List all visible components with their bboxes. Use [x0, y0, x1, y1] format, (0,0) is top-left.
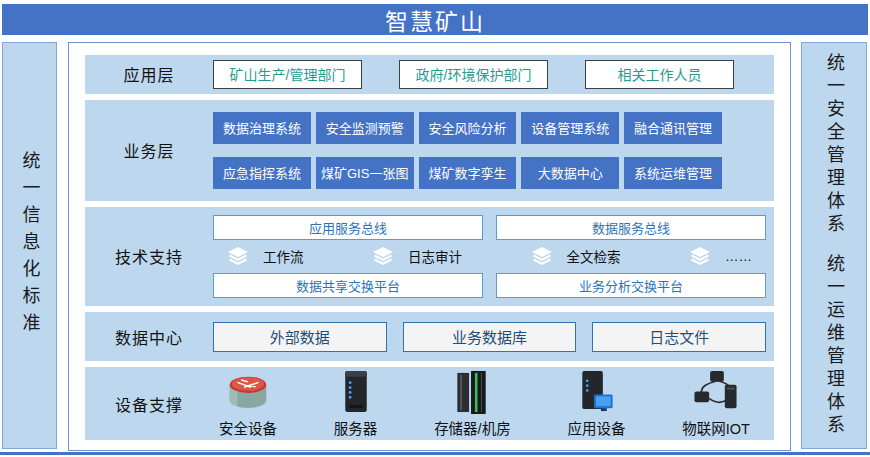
node-log-files: 日志文件	[592, 322, 766, 352]
node-external-data: 外部数据	[213, 322, 387, 352]
service-bus-row: 应用服务总线 数据服务总线	[213, 215, 766, 240]
middleware-label: 日志审计	[408, 246, 462, 266]
layers-icon	[372, 246, 394, 266]
node-risk-analysis: 安全风险分析	[419, 112, 517, 144]
node-big-data-center: 大数据中心	[521, 157, 619, 189]
middleware-full-text-search: 全文检索	[531, 246, 621, 266]
iot-icon	[693, 369, 739, 414]
layer-tech-support: 技术支持 应用服务总线 数据服务总线 工作流	[85, 207, 774, 307]
node-data-governance: 数据治理系统	[213, 112, 311, 144]
business-row-2: 应急指挥系统 煤矿GIS一张图 煤矿数字孪生 大数据中心 系统运维管理	[213, 157, 722, 189]
equipment-app-device: 应用设备	[567, 369, 625, 438]
right-pillar-panel: 统一安全管理体系 统一运维管理体系	[801, 42, 867, 449]
equipment-label: 安全设备	[219, 417, 277, 438]
equipment-label: 存储器/机房	[434, 417, 511, 438]
layer-application: 应用层 矿山生产/管理部门 政府/环境保护部门 相关工作人员	[85, 55, 774, 94]
node-emergency-command: 应急指挥系统	[213, 157, 311, 189]
layer-application-label: 应用层	[85, 62, 213, 86]
node-data-sharing-platform: 数据共享交换平台	[213, 273, 483, 298]
node-government-env-dept: 政府/环境保护部门	[399, 60, 548, 89]
node-gis-one-map: 煤矿GIS一张图	[316, 157, 414, 189]
equipment-iot: 物联网IOT	[682, 369, 750, 438]
security-device-icon	[223, 369, 273, 414]
node-mine-production-dept: 矿山生产/管理部门	[213, 60, 362, 89]
layer-business: 业务层 数据治理系统 安全监测预警 安全风险分析 设备管理系统 融合通讯管理 应…	[85, 100, 774, 201]
layers-icon	[227, 246, 249, 266]
node-device-management: 设备管理系统	[521, 112, 619, 144]
equipment-server: 服务器	[334, 369, 378, 438]
bottom-divider	[0, 452, 870, 455]
exchange-platform-row: 数据共享交换平台 业务分析交换平台	[213, 273, 766, 298]
layer-business-label: 业务层	[85, 138, 213, 162]
node-app-service-bus: 应用服务总线	[213, 215, 483, 240]
server-icon	[341, 369, 371, 414]
main-panel: 应用层 矿山生产/管理部门 政府/环境保护部门 相关工作人员 业务层 数据治理系…	[68, 42, 791, 451]
layer-tech-label: 技术支持	[85, 244, 213, 268]
right-pillar-label-security: 统一安全管理体系	[825, 53, 843, 237]
business-row-1: 数据治理系统 安全监测预警 安全风险分析 设备管理系统 融合通讯管理	[213, 112, 722, 144]
middleware-log-audit: 日志审计	[372, 246, 462, 266]
node-system-ops: 系统运维管理	[624, 157, 722, 189]
equipment-label: 应用设备	[567, 417, 625, 438]
layers-icon	[531, 246, 553, 266]
node-business-analysis-platform: 业务分析交换平台	[496, 273, 766, 298]
equipment-security-device: 安全设备	[219, 369, 277, 438]
middleware-label: 工作流	[263, 246, 304, 266]
layers-icon	[689, 246, 711, 266]
layer-equipment: 设备支撑 安全设备	[85, 367, 774, 440]
left-pillar-label: 统一信息化标准	[21, 151, 39, 340]
middleware-workflow: 工作流	[227, 246, 304, 266]
middleware-label: ……	[725, 249, 752, 264]
node-digital-twin: 煤矿数字孪生	[419, 157, 517, 189]
left-pillar-panel: 统一信息化标准	[2, 42, 57, 449]
layer-data-center: 数据中心 外部数据 业务数据库 日志文件	[85, 312, 774, 361]
equipment-label: 物联网IOT	[682, 417, 750, 438]
node-business-database: 业务数据库	[403, 322, 577, 352]
layer-equipment-label: 设备支撑	[85, 392, 213, 416]
right-pillar-label-ops: 统一运维管理体系	[825, 254, 843, 438]
middleware-row: 工作流 日志审计	[213, 246, 766, 266]
middleware-more: ……	[689, 246, 752, 266]
app-device-icon	[576, 369, 616, 414]
layer-data-center-label: 数据中心	[85, 325, 213, 349]
equipment-storage: 存储器/机房	[434, 369, 511, 438]
storage-icon	[455, 369, 489, 414]
node-data-service-bus: 数据服务总线	[496, 215, 766, 240]
equipment-label: 服务器	[334, 417, 378, 438]
page-title: 智慧矿山	[2, 4, 868, 35]
node-safety-monitoring: 安全监测预警	[316, 112, 414, 144]
middleware-label: 全文检索	[567, 246, 621, 266]
node-comm-management: 融合通讯管理	[624, 112, 722, 144]
node-related-staff: 相关工作人员	[585, 60, 734, 89]
smart-mine-architecture-diagram: 智慧矿山 统一信息化标准 统一安全管理体系 统一运维管理体系 应用层 矿山生产/…	[0, 0, 870, 457]
